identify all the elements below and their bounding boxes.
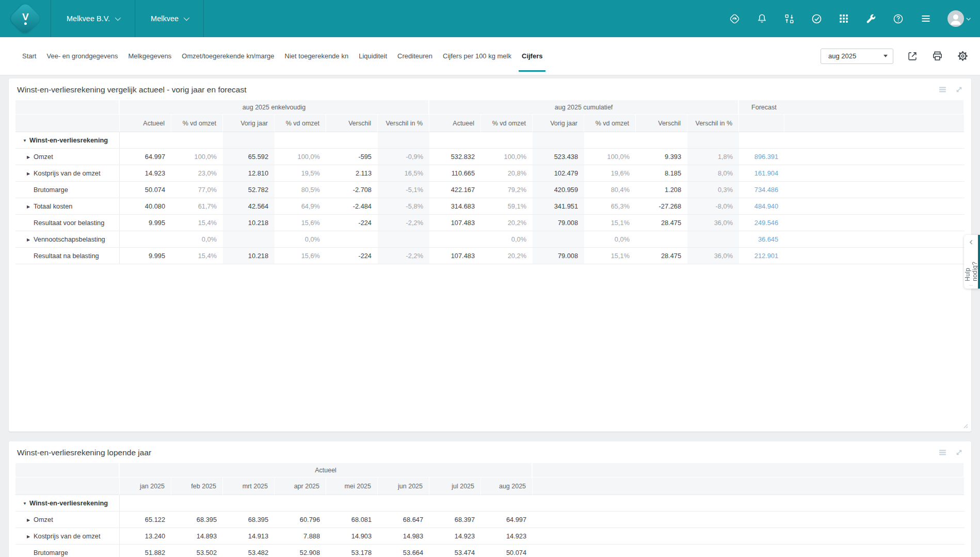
value-cell: 100,0% (584, 149, 636, 165)
row-filler (784, 149, 965, 165)
value-cell: 51.882 (120, 545, 171, 557)
value-cell: 14.923 (120, 165, 171, 182)
print-icon[interactable] (931, 50, 943, 62)
value-cell: 68.395 (223, 512, 275, 528)
card-menu-icon[interactable] (938, 448, 947, 457)
help-panel-tab[interactable]: Hulp nodig? ... (964, 235, 980, 289)
topbar-icons (729, 0, 980, 37)
value-cell: 77,0% (171, 182, 223, 198)
value-cell: 14.923 (481, 528, 533, 545)
user-menu[interactable] (947, 10, 970, 27)
help-tab-label: Hulp nodig? (964, 248, 978, 281)
row-label-cell[interactable]: ▶Omzet (15, 512, 120, 528)
row-label-column-header (15, 478, 120, 495)
entity-dropdown[interactable]: Melkvee (135, 0, 204, 37)
row-label-cell[interactable]: ▼Winst-en-verliesrekening (15, 132, 120, 149)
column-group-actueel: Actueel (120, 463, 533, 478)
forecast-link[interactable]: 484.940 (739, 198, 784, 215)
value-cell: -224 (326, 248, 378, 264)
pnl-compare-table: aug 2025 enkelvoudigaug 2025 cumulatiefF… (15, 100, 965, 264)
value-cell: -8,0% (687, 198, 739, 215)
column-header-vd-omzet: % vd omzet (275, 115, 326, 132)
row-label-cell: Resultaat na belasting (15, 248, 120, 264)
check-circle-icon[interactable] (811, 13, 823, 25)
value-cell: 14.893 (171, 528, 223, 545)
row-label-cell[interactable]: ▼Winst-en-verliesrekening (15, 495, 120, 512)
period-select[interactable]: aug 2025 (821, 49, 893, 64)
value-cell (636, 132, 687, 149)
value-cell (687, 132, 739, 149)
card-title: Winst-en-verliesrekening vergelijk actue… (9, 78, 971, 100)
value-cell: 15,6% (275, 215, 326, 231)
help-icon[interactable] (892, 13, 904, 25)
wrench-icon[interactable] (865, 13, 877, 25)
value-cell (481, 495, 533, 512)
tab-vee-en-grondgegevens[interactable]: Vee- en grondgegevens (41, 37, 123, 75)
nav-toolbar: aug 2025 (821, 49, 969, 64)
period-select-value: aug 2025 (828, 52, 856, 60)
row-label-cell[interactable]: ▶Vennootschapsbelasting (15, 231, 120, 248)
value-cell: 107.483 (429, 248, 481, 264)
company-dropdown[interactable]: Melkvee B.V. (51, 0, 135, 37)
column-group-aug-2025-enkelvoudig: aug 2025 enkelvoudig (120, 100, 429, 115)
card-menu-icon[interactable] (938, 85, 947, 94)
value-cell (378, 495, 429, 512)
expand-icon[interactable] (954, 85, 964, 94)
value-cell: 53.502 (171, 545, 223, 557)
row-filler (784, 248, 965, 264)
company-dropdown-label: Melkvee B.V. (67, 14, 110, 23)
column-header-empty (739, 115, 784, 132)
app-logo[interactable]: V (0, 0, 51, 37)
tab-cijfers[interactable]: Cijfers (517, 37, 548, 75)
value-cell: 10.218 (223, 248, 275, 264)
apps-grid-icon[interactable] (838, 13, 849, 24)
value-cell: -5,1% (378, 182, 429, 198)
caret-down-icon: ▼ (23, 501, 29, 506)
swap-icon[interactable] (783, 13, 795, 25)
row-label-cell[interactable]: ▶Omzet (15, 149, 120, 165)
forecast-link[interactable]: 896.391 (739, 149, 784, 165)
value-cell: 20,2% (481, 248, 533, 264)
value-cell: 61,7% (171, 198, 223, 215)
row-label-cell[interactable]: ▶Kostprijs van de omzet (15, 165, 120, 182)
forecast-link[interactable]: 161.904 (739, 165, 784, 182)
bell-icon[interactable] (756, 13, 768, 25)
gauge-icon[interactable] (729, 13, 741, 25)
tab-cijfers-per-100-kg-melk[interactable]: Cijfers per 100 kg melk (438, 37, 517, 75)
table-row: ▶Omzet65.12268.39568.39560.79668.08168.6… (15, 512, 965, 528)
row-label-cell[interactable]: ▶Kostprijs van de omzet (15, 528, 120, 545)
value-cell: 8,0% (687, 165, 739, 182)
forecast-link[interactable]: 36.645 (739, 231, 784, 248)
expand-icon[interactable] (954, 448, 964, 457)
tab-omzet-toegerekende-kn-marge[interactable]: Omzet/toegerekende kn/marge (176, 37, 279, 75)
value-cell (120, 495, 171, 512)
value-cell: 102.479 (533, 165, 584, 182)
value-cell: 60.796 (275, 512, 326, 528)
forecast-link[interactable]: 212.901 (739, 248, 784, 264)
column-header-vd-omzet: % vd omzet (171, 115, 223, 132)
row-label: Omzet (34, 516, 53, 523)
value-cell (275, 132, 326, 149)
forecast-link[interactable]: 734.486 (739, 182, 784, 198)
row-filler (784, 198, 965, 215)
value-cell: 100,0% (481, 149, 533, 165)
tab-melkgegevens[interactable]: Melkgegevens (123, 37, 177, 75)
table-row: ▶Vennootschapsbelasting0,0%0,0%0,0%0,0%3… (15, 231, 965, 248)
menu-icon[interactable] (920, 12, 932, 25)
tab-start[interactable]: Start (17, 37, 41, 75)
tab-crediteuren[interactable]: Crediteuren (392, 37, 438, 75)
tab-niet-toegerekende-kn[interactable]: Niet toegerekende kn (280, 37, 354, 75)
card-pnl-current-year: Winst-en-verliesrekening lopende jaar Ac… (9, 441, 971, 557)
value-cell (481, 132, 533, 149)
value-cell: 14.913 (223, 528, 275, 545)
caret-right-icon: ▶ (27, 237, 34, 242)
row-label-cell[interactable]: ▶Totaal kosten (15, 198, 120, 215)
tab-liquiditeit[interactable]: Liquiditeit (354, 37, 392, 75)
resize-handle[interactable] (961, 422, 969, 429)
gear-icon[interactable] (957, 50, 969, 62)
chevron-down-icon (115, 15, 121, 21)
forecast-link[interactable]: 249.546 (739, 215, 784, 231)
share-icon[interactable] (907, 51, 918, 62)
value-cell: 68.395 (171, 512, 223, 528)
value-cell: 53.178 (326, 545, 378, 557)
